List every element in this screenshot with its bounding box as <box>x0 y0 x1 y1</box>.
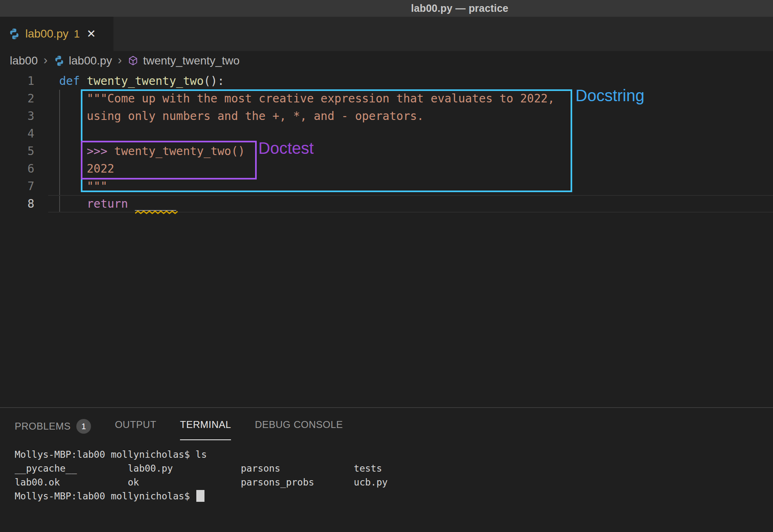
code-line-2[interactable]: 2 """Come up with the most creative expr… <box>0 90 773 107</box>
line-number-6: 6 <box>0 160 34 177</box>
tab-label: lab00.py <box>25 27 69 40</box>
code-lines: 1def twenty_twenty_two():2 """Come up wi… <box>0 70 773 213</box>
code-line-1[interactable]: 1def twenty_twenty_two(): <box>0 72 773 90</box>
code-line-7[interactable]: 7 """ <box>0 177 773 195</box>
breadcrumb: lab00›lab00.py›twenty_twenty_two <box>0 51 773 70</box>
window-title: lab00.py — practice <box>411 2 509 14</box>
titlebar: lab00.py — practice <box>0 0 773 17</box>
code-text: >>> twenty_twenty_two() <box>59 142 245 160</box>
breadcrumb-label: lab00.py <box>69 54 112 67</box>
symbol-cube-icon <box>127 55 139 66</box>
chevron-right-icon: › <box>44 53 48 67</box>
terminal-output[interactable]: Mollys-MBP:lab00 mollynicholas$ ls__pyca… <box>0 443 773 503</box>
problems-count-badge: 1 <box>76 419 91 434</box>
line-number-1: 1 <box>0 72 34 90</box>
code-editor[interactable]: 1def twenty_twenty_two():2 """Come up wi… <box>0 70 773 407</box>
terminal-line-1: Mollys-MBP:lab00 mollynicholas$ ls <box>15 448 773 461</box>
line-number-7: 7 <box>0 177 34 195</box>
tab-dirty-indicator: 1 <box>74 28 80 40</box>
breadcrumb-label: twenty_twenty_two <box>143 54 240 67</box>
panel-tab-label: OUTPUT <box>115 419 156 430</box>
python-icon <box>8 28 20 40</box>
code-text: 2022 <box>59 160 114 177</box>
panel-tab-terminal[interactable]: TERMINAL <box>180 419 231 440</box>
terminal-line-4: Mollys-MBP:lab00 mollynicholas$ <box>15 489 773 503</box>
chevron-right-icon: › <box>118 53 122 67</box>
breadcrumb-item-twenty_twenty_two[interactable]: twenty_twenty_two <box>127 54 240 67</box>
code-line-6[interactable]: 6 2022 <box>0 160 773 177</box>
doctest-annotation-label: Doctest <box>258 139 314 157</box>
breadcrumb-item-lab00.py[interactable]: lab00.py <box>53 54 112 67</box>
code-text: """Come up with the most creative expres… <box>59 90 555 107</box>
line-number-5: 5 <box>0 142 34 160</box>
code-text: using only numbers and the +, *, and - o… <box>59 107 424 125</box>
vscode-window: lab00.py — practice lab00.py 1 ✕ lab00›l… <box>0 0 773 532</box>
breadcrumb-item-lab00[interactable]: lab00 <box>10 54 38 67</box>
code-line-3[interactable]: 3 using only numbers and the +, *, and -… <box>0 107 773 125</box>
terminal-cursor <box>196 490 204 502</box>
panel-tab-label: PROBLEMS <box>15 421 71 432</box>
panel-tab-label: DEBUG CONSOLE <box>255 419 343 430</box>
python-icon <box>53 55 65 66</box>
line-number-3: 3 <box>0 107 34 125</box>
editor-tab-bar: lab00.py 1 ✕ <box>0 17 773 51</box>
panel-tabs: PROBLEMS1OUTPUTTERMINALDEBUG CONSOLE <box>0 408 773 443</box>
close-icon[interactable]: ✕ <box>87 29 96 40</box>
breadcrumb-label: lab00 <box>10 54 38 67</box>
bottom-panel: PROBLEMS1OUTPUTTERMINALDEBUG CONSOLE Mol… <box>0 407 773 532</box>
panel-tab-problems[interactable]: PROBLEMS1 <box>15 419 91 443</box>
tab-lab00-py[interactable]: lab00.py 1 ✕ <box>0 17 113 51</box>
panel-tab-output[interactable]: OUTPUT <box>115 419 156 440</box>
code-line-5[interactable]: 5 >>> twenty_twenty_two() <box>0 142 773 160</box>
terminal-line-2: __pycache__ lab00.py parsons tests <box>15 461 773 475</box>
line-number-4: 4 <box>0 125 34 142</box>
code-line-4[interactable]: 4 <box>0 125 773 142</box>
code-line-8[interactable]: 8 return ______ <box>0 195 773 213</box>
docstring-annotation-label: Docstring <box>575 86 644 105</box>
line-number-8: 8 <box>0 195 34 213</box>
code-text: def twenty_twenty_two(): <box>59 72 224 90</box>
code-text: """ <box>59 177 107 195</box>
panel-tab-label: TERMINAL <box>180 419 231 430</box>
panel-tab-debug-console[interactable]: DEBUG CONSOLE <box>255 419 343 440</box>
terminal-line-3: lab00.ok ok parsons_probs ucb.py <box>15 475 773 489</box>
line-number-2: 2 <box>0 90 34 107</box>
warning-squiggle-icon <box>135 210 178 215</box>
